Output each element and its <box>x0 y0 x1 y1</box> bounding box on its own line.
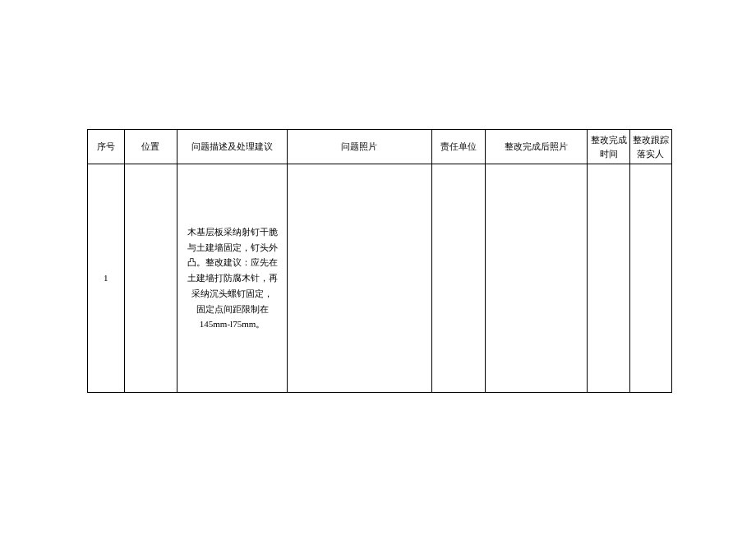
rectification-table: 序号 位置 问题描述及处理建议 问题照片 责任单位 整改完成后照片 整改完成时间… <box>87 129 672 393</box>
cell-time <box>588 164 629 393</box>
header-photo1: 问题照片 <box>287 130 431 164</box>
cell-person <box>629 164 671 393</box>
header-time: 整改完成时间 <box>588 130 629 164</box>
cell-responsible <box>431 164 485 393</box>
table-body: 1 木基层板采纳射钉干脆与土建墙固定，钉头外凸。整改建议：应先在土建墙打防腐木针… <box>88 164 672 393</box>
cell-seq: 1 <box>88 164 125 393</box>
header-responsible: 责任单位 <box>431 130 485 164</box>
header-row: 序号 位置 问题描述及处理建议 问题照片 责任单位 整改完成后照片 整改完成时间… <box>88 130 672 164</box>
cell-photo2 <box>485 164 588 393</box>
cell-position <box>124 164 177 393</box>
cell-description: 木基层板采纳射钉干脆与土建墙固定，钉头外凸。整改建议：应先在土建墙打防腐木针，再… <box>177 164 288 393</box>
cell-photo1 <box>287 164 431 393</box>
header-person: 整改跟踪落实人 <box>629 130 671 164</box>
table-header: 序号 位置 问题描述及处理建议 问题照片 责任单位 整改完成后照片 整改完成时间… <box>88 130 672 164</box>
header-photo2: 整改完成后照片 <box>485 130 588 164</box>
rectification-table-container: 序号 位置 问题描述及处理建议 问题照片 责任单位 整改完成后照片 整改完成时间… <box>87 129 672 393</box>
table-row: 1 木基层板采纳射钉干脆与土建墙固定，钉头外凸。整改建议：应先在土建墙打防腐木针… <box>88 164 672 393</box>
header-position: 位置 <box>124 130 177 164</box>
header-description: 问题描述及处理建议 <box>177 130 288 164</box>
header-seq: 序号 <box>88 130 125 164</box>
